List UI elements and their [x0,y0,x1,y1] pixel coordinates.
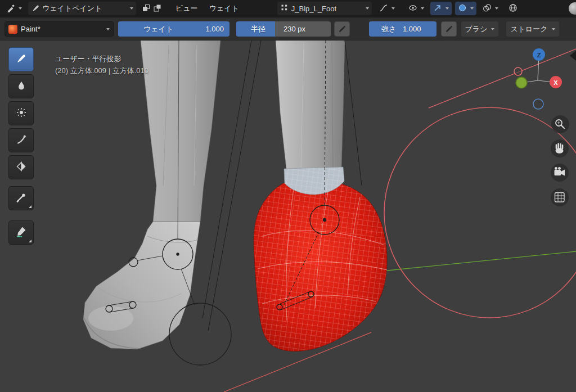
stroke-menu-label: ストローク [510,24,547,34]
viewport-shading-button[interactable] [506,2,520,15]
camera-view-button[interactable] [551,164,569,182]
draw-brush-icon [16,53,27,66]
editor-type-icon [6,3,15,14]
pen-pressure-icon [444,24,453,35]
chevron-down-icon [470,7,474,10]
strength-label: 強さ [381,21,396,37]
grid-view-button[interactable] [551,188,569,206]
blur-droplet-icon [16,80,27,93]
snap-icon [433,3,442,14]
proportional-editing-button[interactable] [455,2,476,15]
chevron-down-icon [106,28,110,30]
object-label: (20) 立方体.009 | 立方体.010 [55,65,148,76]
bone-name: J_Bip_L_Foot [291,4,336,13]
pen-pressure-icon [338,24,346,35]
chevron-down-icon [421,7,424,10]
tool-gradient[interactable] [8,155,34,179]
pivot-point-button[interactable] [406,2,427,15]
mode-dropdown[interactable]: ウェイトペイント [28,2,136,15]
gizmo-x-label: X [554,79,558,86]
face-mask-icon [142,3,151,14]
sidebar-collapse-arrow-icon[interactable] [570,51,576,61]
tool-blur[interactable] [8,74,34,98]
strength-slider[interactable]: 強さ 1.000 [369,21,436,37]
right-leg-mesh [276,40,345,169]
shading-globe-icon [508,3,518,14]
face-mask-toggle[interactable] [141,2,152,15]
brush-selector[interactable]: Paint* [4,21,114,37]
editor-type-button[interactable] [3,2,25,15]
chevron-down-icon [19,7,22,10]
falloff-button[interactable] [376,2,398,15]
gizmo-axis-y-ball[interactable] [516,77,527,88]
chevron-down-icon [366,7,369,10]
weight-slider[interactable]: ウェイト 1.000 [118,21,230,37]
chevron-down-icon [495,7,498,10]
gradient-icon [16,161,27,174]
brush-thumbnail [8,25,17,34]
chevron-down-icon [491,28,494,30]
brush-menu-button[interactable]: ブラシ [461,21,498,37]
strength-value: 1.000 [403,21,421,37]
tool-annotate[interactable] [8,220,34,245]
viewport-canvas[interactable]: Z X [0,40,576,392]
vertex-mask-icon [153,3,162,14]
pivot-point-icon [408,3,417,14]
weight-paint-mode-icon [31,3,40,14]
brush-menu-label: ブラシ [465,24,488,34]
tool-average[interactable] [8,101,34,125]
smear-icon [16,134,27,147]
chevron-down-icon [130,7,133,10]
strength-pressure-button[interactable] [441,21,457,37]
eyedropper-icon [16,192,27,205]
tool-sample-weight[interactable] [8,186,34,210]
tool-smear[interactable] [8,128,34,152]
mode-label: ウェイトペイント [42,3,102,13]
bone-selector[interactable]: J_Bip_L_Foot [277,2,372,15]
annotate-pencil-icon [16,226,27,240]
radius-value: 230 px [284,21,305,37]
projection-label: ユーザー・平行投影 [55,53,148,65]
tool-settings-bar: Paint* ウェイト 1.000 半径 230 px 強さ 1.000 ブラシ… [0,17,576,40]
chevron-down-icon [552,28,555,30]
viewport-text-overlay: ユーザー・平行投影 (20) 立方体.009 | 立方体.010 [55,53,148,76]
falloff-icon [379,3,388,14]
stroke-menu-button[interactable]: ストローク [506,21,559,37]
weight-label: ウェイト [143,21,173,37]
radius-pressure-button[interactable] [334,21,350,37]
gizmo-axis-neg-z-ball[interactable] [533,99,543,109]
average-sun-icon [16,107,27,120]
overlays-icon [483,3,492,14]
gizmo-axis-neg-ball[interactable] [514,67,522,75]
vertex-mask-toggle[interactable] [152,2,163,15]
radius-label: 半径 [251,21,266,37]
tool-draw[interactable] [8,47,34,71]
overlays-button[interactable] [480,2,501,15]
header-bar: ウェイトペイント ビュー ウェイト J_Bip_L_Foot [0,0,576,17]
chevron-down-icon [446,7,449,10]
shading-sphere-partial-icon[interactable] [569,2,576,15]
weight-value: 1.000 [205,21,224,37]
pan-button[interactable] [551,139,569,157]
gizmo-z-label: Z [537,52,541,58]
radius-slider[interactable]: 半径 230 px [236,21,331,37]
snap-button[interactable] [430,2,452,15]
weight-menu[interactable]: ウェイト [204,0,245,17]
zoom-button[interactable] [551,115,569,133]
brush-name: Paint* [21,25,40,33]
proportional-editing-icon [458,3,467,14]
chevron-down-icon [392,7,395,10]
view-menu[interactable]: ビュー [170,0,204,17]
browse-id-icon [280,3,289,14]
